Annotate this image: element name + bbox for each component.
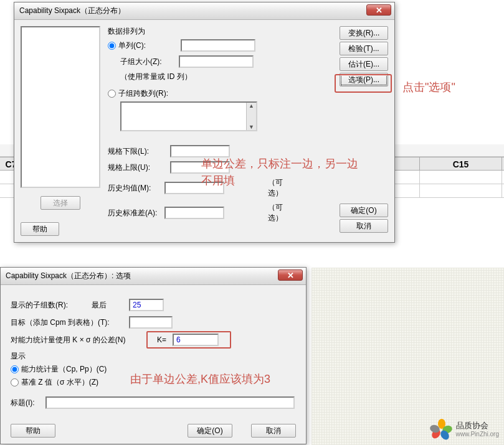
cancel-button[interactable]: 取消 (340, 219, 388, 233)
show-groups-input[interactable] (129, 299, 164, 311)
close-icon: ✕ (376, 6, 383, 15)
radio-capability[interactable] (11, 365, 19, 373)
show-groups-label: 显示的子组数(R): (11, 300, 92, 311)
logo-line1: 品质协会 (456, 421, 499, 431)
radio-cross-rows[interactable] (108, 90, 116, 98)
subgroup-size-label: 子组大小(Z): (120, 57, 179, 67)
optional-2: （可选） (268, 202, 295, 223)
ok-button-2[interactable]: 确定(O) (188, 424, 232, 438)
scroll-up-icon: ▲ (247, 103, 256, 109)
dialog-title: Capability Sixpack（正态分布） (19, 6, 125, 16)
display-label: 显示 (11, 351, 296, 362)
titlebar[interactable]: Capability Sixpack（正态分布） ✕ (14, 2, 394, 20)
radio-z-benchmark[interactable] (11, 378, 19, 386)
pinzhi-logo: 品质协会 www.PinZhi.org (431, 419, 499, 440)
radio-cap-label: 能力统计量（Cp, Pp）(C) (21, 364, 107, 375)
help-button-2[interactable]: 帮助 (11, 424, 55, 438)
close-button[interactable]: ✕ (366, 4, 391, 16)
scroll-down-icon: ▼ (247, 124, 256, 130)
dialog2-title: Capability Sixpack（正态分布）: 选项 (6, 271, 131, 281)
capability-sixpack-dialog: Capability Sixpack（正态分布） ✕ 选择 帮助 数据排列为 单… (14, 2, 395, 243)
hist-sd-input[interactable] (164, 207, 224, 219)
col-c15: C15 (420, 157, 502, 170)
radio-cross-label: 子组跨数列(R): (118, 88, 168, 99)
scrollbar[interactable]: ▲ ▼ (246, 103, 256, 130)
close-icon: ✕ (287, 271, 294, 280)
annotation-click-options: 点击"选项" (402, 78, 490, 96)
options-dialog: Capability Sixpack（正态分布）: 选项 ✕ 显示的子组数(R)… (0, 267, 307, 444)
hist-mean-label: 历史均值(M): (108, 183, 164, 194)
logo-icon (431, 419, 452, 440)
k-tolerance-label: 对能力统计量使用 K × σ 的公差(N) (11, 335, 148, 345)
upper-spec-label: 规格上限(U): (108, 162, 170, 173)
estimate-button[interactable]: 估计(E)... (340, 57, 388, 71)
titlebar-2[interactable]: Capability Sixpack（正态分布）: 选项 ✕ (1, 268, 306, 285)
subgroup-hint: （使用常量或 ID 列） (120, 72, 295, 82)
radio-single-column[interactable] (108, 42, 116, 50)
logo-line2: www.PinZhi.org (456, 431, 499, 438)
select-button[interactable]: 选择 (40, 196, 80, 210)
subgroup-size-input[interactable] (179, 55, 254, 68)
radio-single-label: 单列(C): (118, 40, 181, 51)
single-column-input[interactable] (181, 39, 255, 52)
lower-spec-label: 规格下限(L): (108, 146, 170, 157)
title-input-label: 标题(I): (11, 398, 45, 408)
transform-button[interactable]: 变换(R)... (340, 26, 388, 40)
variable-listbox[interactable] (21, 26, 100, 188)
cancel-button-2[interactable]: 取消 (251, 424, 296, 438)
close-button-2[interactable]: ✕ (278, 269, 303, 281)
ok-button[interactable]: 确定(O) (340, 204, 388, 217)
target-input[interactable] (129, 316, 173, 329)
last-label: 最后 (92, 300, 129, 311)
arrangement-label: 数据排列为 (108, 26, 295, 37)
annotation-tolerance: 单边公差，只标注一边，另一边不用填 (201, 156, 363, 189)
annotation-k-value: 由于单边公差,K值应该填为3 (130, 371, 286, 388)
cross-rows-textarea[interactable]: ▲ ▼ (120, 101, 257, 131)
test-button[interactable]: 检验(T)... (340, 42, 388, 55)
radio-z-label: 基准 Z 值（σ 水平）(Z) (21, 377, 98, 388)
help-button[interactable]: 帮助 (21, 222, 59, 236)
target-label: 目标（添加 Cpm 到表格）(T): (11, 317, 129, 328)
title-input[interactable] (45, 396, 295, 409)
hist-sd-label: 历史标准差(A): (108, 208, 164, 218)
